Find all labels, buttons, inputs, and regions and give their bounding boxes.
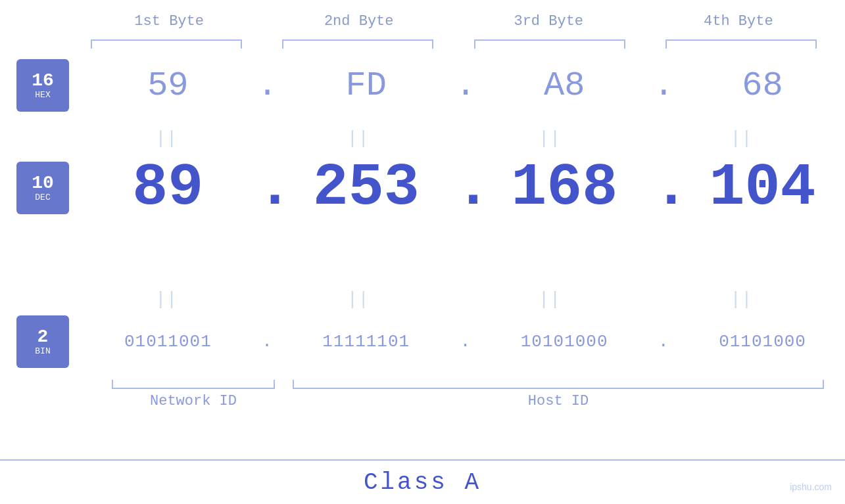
top-brackets [85,39,822,49]
network-id-bracket [112,380,275,389]
dec-dot-2: . [455,154,475,221]
hex-dot-1: . [257,66,277,105]
eq2-1: || [91,289,242,309]
dec-val-3: 168 [489,154,640,221]
bin-dot-2: . [455,332,475,352]
dec-val-2: 253 [291,154,442,221]
dec-dot-3: . [654,154,673,221]
dec-badge: 10 DEC [16,162,69,214]
eq2-4: || [665,289,817,309]
dec-badge-label: DEC [35,193,50,202]
dec-values: 89 . 253 . 168 . 104 [85,154,845,221]
hex-row: 16 HEX 59 . FD . A8 . 68 [0,59,845,112]
bin-val-3: 10101000 [489,332,640,352]
network-id-label: Network ID [112,393,275,409]
byte-labels-row: 1st Byte 2nd Byte 3rd Byte 4th Byte [85,13,822,30]
bin-val-2: 11111101 [291,332,442,352]
hex-dot-2: . [455,66,475,105]
equals-row-2: || || || || [85,289,822,309]
dec-dot-1: . [257,154,277,221]
dec-badge-num: 10 [32,174,54,193]
page: 1st Byte 2nd Byte 3rd Byte 4th Byte 16 H… [0,0,845,504]
bin-badge-space: 2 BIN [0,315,85,368]
hex-badge-num: 16 [32,72,54,90]
bin-badge: 2 BIN [16,315,69,368]
bin-val-4: 01101000 [687,332,838,352]
hex-val-1: 59 [92,66,243,105]
eq1-3: || [474,128,625,149]
watermark: ipshu.com [790,482,832,492]
hex-badge: 16 HEX [16,59,69,112]
byte-label-4: 4th Byte [656,13,821,30]
bin-dot-3: . [654,332,673,352]
byte-label-3: 3rd Byte [466,13,631,30]
host-id-label: Host ID [293,393,824,409]
bin-values: 01011001 . 11111101 . 10101000 . 0110100… [85,332,845,352]
byte-label-1: 1st Byte [87,13,251,30]
hex-dot-3: . [654,66,673,105]
dec-val-4: 104 [687,154,838,221]
eq1-1: || [91,128,242,149]
equals-row-1: || || || || [85,128,822,149]
byte-label-2: 2nd Byte [277,13,441,30]
class-section: Class A [0,459,845,504]
bin-row: 2 BIN 01011001 . 11111101 . 10101000 . 0… [0,315,845,368]
host-id-bracket [293,380,824,389]
eq1-4: || [665,128,817,149]
eq1-2: || [282,128,433,149]
dec-row: 10 DEC 89 . 253 . 168 . 104 [0,154,845,221]
bin-dot-1: . [257,332,277,352]
class-label: Class A [364,469,481,496]
hex-val-2: FD [291,66,442,105]
dec-val-1: 89 [92,154,243,221]
eq2-2: || [282,289,433,309]
bin-val-1: 01011001 [92,332,243,352]
hex-badge-label: HEX [35,90,50,100]
hex-badge-space: 16 HEX [0,59,85,112]
hex-val-4: 68 [687,66,838,105]
hex-val-3: A8 [489,66,640,105]
dec-badge-space: 10 DEC [0,162,85,214]
top-bracket-3 [474,39,625,49]
bin-badge-label: BIN [35,346,50,356]
top-bracket-2 [282,39,433,49]
top-bracket-1 [91,39,242,49]
top-bracket-4 [665,39,817,49]
hex-values: 59 . FD . A8 . 68 [85,66,845,105]
eq2-3: || [474,289,625,309]
bin-badge-num: 2 [37,328,49,346]
